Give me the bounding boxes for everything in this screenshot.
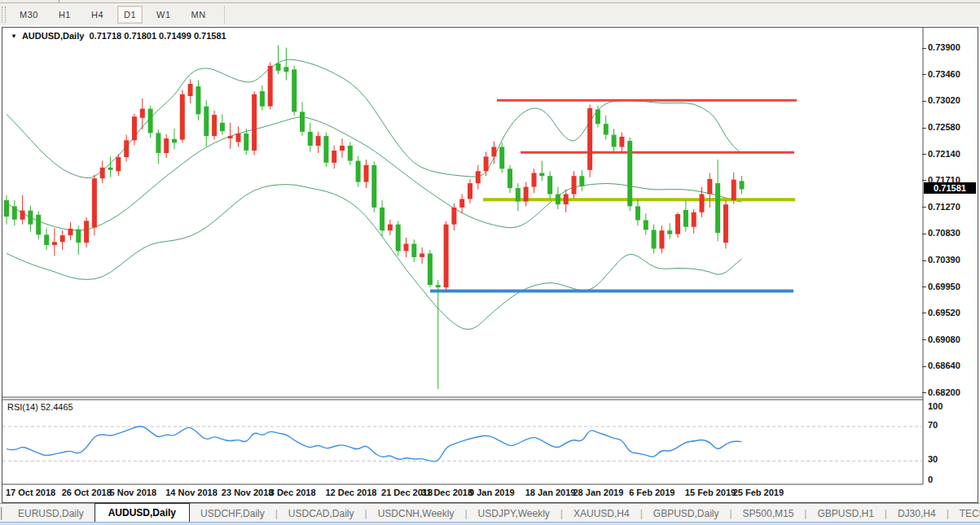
chart-tab-usdcad[interactable]: USDCAD,Daily — [278, 505, 365, 523]
price-axis-label: 0.69080 — [928, 335, 960, 344]
candle-body-down — [556, 195, 560, 205]
candle-body-up — [388, 225, 393, 230]
candle-body-up — [459, 199, 464, 208]
date-axis-label: 31 Dec 2018 — [421, 488, 472, 497]
chart-tab-usdchf[interactable]: USDCHF,Daily — [190, 505, 275, 523]
candle-body-down — [323, 136, 328, 163]
candle-body-up — [268, 66, 273, 107]
timeframe-button-d1[interactable]: D1 — [117, 6, 143, 24]
candle-body-down — [204, 107, 209, 136]
price-axis-label: 0.72580 — [928, 122, 960, 132]
candle-body-up — [116, 157, 121, 171]
price-axis-label: 0.70830 — [928, 228, 960, 238]
chart-tab-eurusd[interactable]: EURUSD,Daily — [7, 505, 94, 523]
chart-tab-tech100[interactable]: TECH100,H — [949, 505, 980, 523]
date-axis-label: 5 Nov 2018 — [110, 488, 156, 497]
chart-tab-usdcnh[interactable]: USDCNH,Weekly — [367, 505, 465, 523]
price-axis-label: 0.68200 — [928, 387, 960, 397]
candle-body-up — [491, 147, 496, 157]
timeframe-button-w1[interactable]: W1 — [150, 6, 178, 24]
candle-body-down — [4, 200, 9, 217]
timeframe-button-m30[interactable]: M30 — [13, 6, 45, 24]
rsi-indicator-label: RSI(14) 52.4465 — [7, 402, 73, 412]
toolbar-grip-icon[interactable] — [2, 7, 6, 23]
chart-tab-dj30[interactable]: DJ30,H4 — [887, 505, 947, 523]
toolbar-separator — [224, 6, 225, 24]
chart-tab-xauusd[interactable]: XAUUSD,H4 — [563, 505, 640, 523]
date-axis-label: 18 Jan 2019 — [525, 488, 576, 497]
candle-body-up — [619, 137, 624, 147]
candle-body-down — [667, 230, 672, 234]
candle-body-up — [332, 151, 336, 163]
timeframe-button-h1[interactable]: H1 — [52, 6, 77, 24]
chart-tab-sp500[interactable]: SP500,M15 — [732, 505, 805, 523]
timeframe-button-mn[interactable]: MN — [185, 6, 213, 24]
candle-body-up — [124, 140, 129, 157]
chart-tab-gbpusd[interactable]: GBPUSD,H1 — [806, 505, 884, 523]
candle-body-down — [276, 63, 281, 71]
date-axis-label: 6 Feb 2019 — [629, 488, 675, 497]
price-axis-tick — [922, 128, 926, 129]
candle-body-up — [236, 133, 241, 142]
candle-body-up — [675, 214, 680, 234]
price-axis-label: 0.73020 — [928, 95, 960, 105]
rsi-axis-label: 0 — [928, 475, 933, 484]
candle-body-up — [68, 229, 73, 235]
chart-tab-usdjpy[interactable]: USDJPY,Weekly — [468, 505, 560, 523]
chart-window[interactable]: ▼AUDUSD,Daily 0.71718 0.71801 0.71499 0.… — [2, 27, 978, 503]
date-axis-label: 17 Oct 2018 — [6, 488, 55, 497]
chart-symbol-period: AUDUSD,Daily — [22, 31, 84, 41]
price-axis-tick — [922, 234, 926, 234]
candle-body-down — [499, 147, 504, 169]
candle-body-down — [308, 132, 313, 146]
candle-body-down — [428, 253, 433, 285]
price-chart-canvas[interactable] — [2, 28, 976, 501]
timeframe-button-h4[interactable]: H4 — [85, 6, 110, 24]
chart-tab-audusd[interactable]: AUDUSD,Daily — [94, 503, 190, 523]
chart-tab-gbpusd[interactable]: GBPUSD,Daily — [643, 505, 730, 523]
candle-body-down — [612, 135, 617, 147]
rsi-line — [7, 427, 742, 462]
candle-body-down — [547, 176, 552, 194]
candle-body-down — [604, 124, 609, 134]
candle-body-down — [300, 112, 305, 132]
candle-body-up — [659, 230, 664, 248]
chart-dropdown-icon[interactable]: ▼ — [11, 33, 17, 40]
price-axis-tick — [922, 154, 926, 155]
price-axis-tick — [922, 207, 926, 208]
candle-body-up — [164, 138, 169, 153]
candle-body-down — [411, 244, 416, 257]
price-axis-tick — [922, 287, 926, 287]
candle-body-down — [36, 215, 41, 235]
candle-body-down — [283, 67, 288, 72]
rsi-axis-label: 100 — [928, 401, 943, 411]
price-axis-tick — [922, 180, 926, 181]
candle-body-down — [396, 225, 401, 252]
candle-body-down — [627, 141, 632, 206]
candle-body-up — [212, 115, 217, 136]
candle-body-down — [740, 181, 745, 189]
candle-body-up — [587, 108, 592, 170]
price-axis-label: 0.73460 — [928, 69, 960, 79]
candle-body-down — [156, 133, 160, 153]
price-axis-tick — [922, 101, 926, 102]
candle-body-up — [228, 136, 233, 138]
timeframe-toolbar: M30H1H4D1W1MN — [0, 3, 980, 25]
candle-body-down — [108, 168, 113, 170]
candle-body-down — [148, 109, 153, 133]
candle-body-up — [100, 168, 105, 178]
candle-body-down — [44, 234, 49, 245]
candle-body-down — [356, 161, 361, 182]
tabbar-grip-icon[interactable] — [1, 507, 2, 520]
metatrader-app: M30H1H4D1W1MN ▼AUDUSD,Daily 0.71718 0.71… — [0, 0, 980, 525]
date-axis-label: 14 Nov 2018 — [165, 488, 218, 497]
price-axis-label: 0.72140 — [928, 149, 960, 159]
candle-body-up — [420, 253, 424, 257]
candle-body-up — [20, 211, 25, 220]
price-axis-label: 0.68640 — [928, 361, 960, 370]
date-axis-label: 12 Dec 2018 — [325, 488, 376, 497]
candle-body-down — [76, 230, 81, 243]
price-axis-label: 0.69950 — [928, 282, 960, 291]
chart-tab-bar: EURUSD,DailyAUDUSD,DailyUSDCHF,Daily|USD… — [0, 503, 980, 523]
candle-body-up — [404, 244, 409, 252]
